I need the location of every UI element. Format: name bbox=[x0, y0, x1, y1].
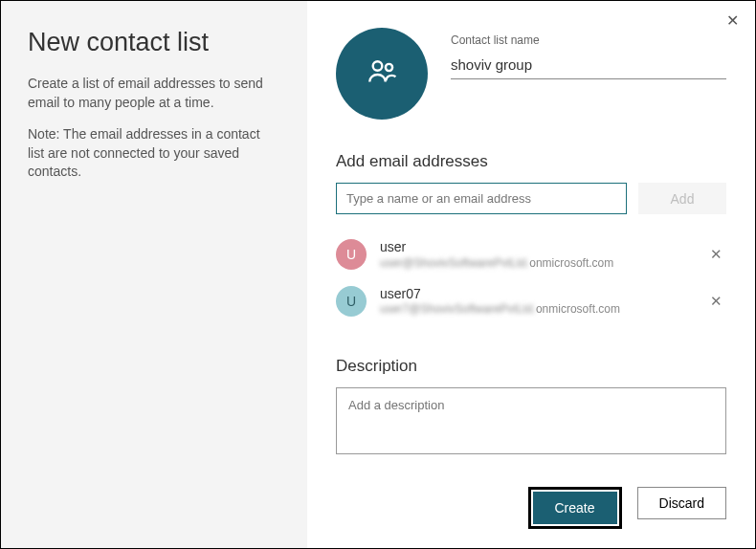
email-address-input[interactable] bbox=[336, 183, 627, 214]
svg-point-1 bbox=[386, 64, 392, 71]
member-info: useruser@ShovivSoftwarePvtLtd.onmicrosof… bbox=[380, 239, 705, 271]
member-avatar: U bbox=[336, 286, 367, 317]
contact-name-input[interactable] bbox=[451, 53, 726, 79]
info-sidebar: New contact list Create a list of email … bbox=[1, 1, 307, 548]
info-text-2: Note: The email addresses in a contact l… bbox=[28, 125, 278, 182]
add-button[interactable]: Add bbox=[638, 183, 726, 214]
member-info: user07user7@ShovivSoftwarePvtLtd.onmicro… bbox=[380, 286, 705, 318]
remove-member-button[interactable]: ✕ bbox=[705, 244, 726, 265]
contact-name-label: Contact list name bbox=[451, 33, 726, 47]
create-button[interactable]: Create bbox=[533, 492, 617, 524]
contact-list-avatar bbox=[336, 28, 428, 120]
description-input[interactable] bbox=[336, 387, 726, 454]
people-icon bbox=[365, 55, 399, 93]
create-button-highlight: Create bbox=[528, 487, 622, 529]
member-avatar: U bbox=[336, 239, 367, 270]
description-heading: Description bbox=[336, 357, 726, 376]
svg-point-0 bbox=[373, 61, 383, 71]
member-name: user07 bbox=[380, 286, 705, 303]
member-email: user@ShovivSoftwarePvtLtd.onmicrosoft.co… bbox=[380, 256, 705, 271]
member-row: Uuseruser@ShovivSoftwarePvtLtd.onmicroso… bbox=[336, 231, 726, 278]
add-emails-heading: Add email addresses bbox=[336, 152, 726, 171]
members-list: Uuseruser@ShovivSoftwarePvtLtd.onmicroso… bbox=[336, 231, 726, 324]
form-panel: ✕ Contact list name Add email addresses bbox=[307, 1, 755, 548]
remove-member-button[interactable]: ✕ bbox=[705, 291, 726, 312]
member-email: user7@ShovivSoftwarePvtLtd.onmicrosoft.c… bbox=[380, 302, 705, 317]
discard-button[interactable]: Discard bbox=[637, 487, 726, 519]
member-name: user bbox=[380, 239, 705, 256]
member-row: Uuser07user7@ShovivSoftwarePvtLtd.onmicr… bbox=[336, 278, 726, 325]
close-button[interactable]: ✕ bbox=[723, 11, 742, 30]
page-title: New contact list bbox=[28, 28, 278, 57]
info-text-1: Create a list of email addresses to send… bbox=[28, 75, 278, 112]
